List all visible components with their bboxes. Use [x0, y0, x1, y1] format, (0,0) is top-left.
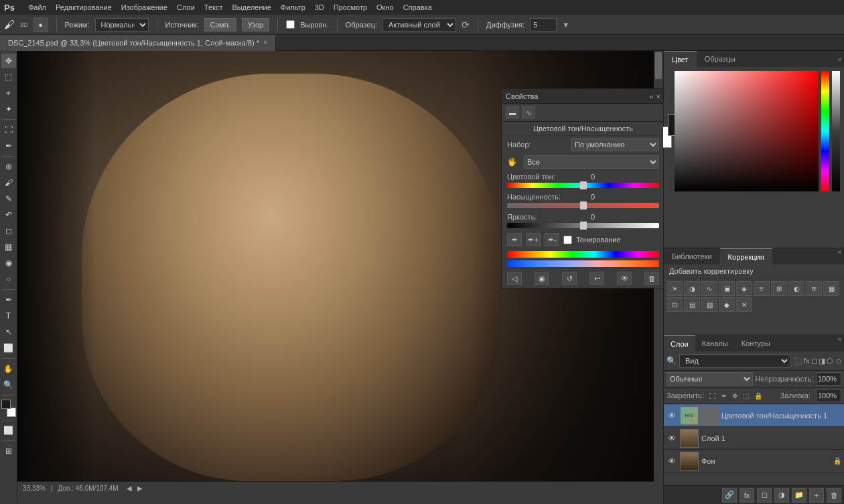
status-arrow-right[interactable]: ▶ [137, 485, 143, 492]
saturation-slider-track[interactable] [507, 203, 659, 208]
crop-tool[interactable]: ⛶ [1, 122, 16, 137]
tab-layers[interactable]: Слои [664, 335, 695, 351]
corr-posterize-btn[interactable]: ⊡ [666, 297, 683, 312]
eyedropper-set-btn[interactable]: ✒ [507, 233, 522, 246]
horizontal-scrollbar[interactable] [17, 495, 654, 504]
menu-edit[interactable]: Редактирование [56, 3, 112, 11]
menu-window[interactable]: Окно [376, 3, 394, 11]
opacity-input[interactable] [816, 372, 841, 386]
background-color-swatch[interactable] [7, 408, 16, 417]
pen-tool[interactable]: ✒ [1, 292, 16, 307]
prop-reset-btn[interactable]: ↺ [562, 272, 577, 285]
corr-curves-btn[interactable]: ∿ [701, 281, 717, 296]
menu-text[interactable]: Текст [204, 3, 223, 11]
brightness-slider-thumb[interactable] [580, 222, 587, 230]
brush-tool[interactable]: 🖌 [1, 175, 16, 190]
hand-tool[interactable]: ✋ [1, 361, 16, 376]
tab-correction[interactable]: Коррекция [720, 248, 772, 264]
filter-icon-4[interactable]: ◨ [819, 357, 825, 365]
corr-invert-btn[interactable]: ▦ [823, 281, 839, 296]
prop-tab-levels[interactable]: ▬ [506, 106, 519, 118]
selection-tool[interactable]: ⬚ [1, 70, 16, 84]
screen-mode-btn[interactable]: ⊞ [1, 444, 16, 458]
eraser-tool[interactable]: ◻ [1, 224, 16, 238]
corr-photo-filter-btn[interactable]: ◐ [788, 281, 804, 296]
document-tab[interactable]: DSC_2145.psd @ 33,3% (Цветовой тон/Насыщ… [0, 35, 276, 51]
eyedropper-tool[interactable]: ✒ [1, 139, 16, 153]
menu-help[interactable]: Справка [403, 3, 432, 11]
corr-gradient-map-btn[interactable]: ▧ [701, 297, 717, 312]
magic-wand-tool[interactable]: ✦ [1, 102, 16, 116]
source-sample-btn[interactable]: Сэмп. [204, 18, 236, 31]
layer-link-btn[interactable]: 🔗 [722, 488, 737, 503]
filter-toggle[interactable]: ○ [836, 355, 841, 366]
tab-channels[interactable]: Каналы [695, 335, 735, 351]
menu-layers[interactable]: Слои [177, 3, 195, 11]
menu-filter[interactable]: Фильтр [281, 3, 305, 11]
prop-close-icon[interactable]: × [656, 92, 660, 100]
align-checkbox[interactable] [286, 20, 295, 29]
history-brush-tool[interactable]: ↶ [1, 207, 16, 222]
filter-icon-5[interactable]: ⬡ [827, 357, 833, 365]
foreground-color-swatch[interactable] [1, 400, 11, 409]
lock-position-icon[interactable]: ⛶ [709, 392, 716, 400]
menu-image[interactable]: Изображение [121, 3, 167, 11]
move-tool[interactable]: ✥ [1, 54, 16, 68]
layer-1[interactable]: 👁 Слой 1 [664, 427, 844, 450]
healing-brush-tool[interactable]: ⊕ [1, 159, 16, 174]
layer-fx-btn[interactable]: fx [740, 488, 754, 503]
prop-toggle-btn[interactable]: ↩ [589, 272, 604, 285]
lock-move-icon[interactable]: ✥ [732, 392, 737, 400]
corr-exposure-btn[interactable]: ▣ [719, 281, 735, 296]
hue-slider-thumb[interactable] [580, 181, 587, 189]
layer-filter-select[interactable]: Вид [679, 354, 790, 367]
dodge-tool[interactable]: ○ [1, 272, 16, 286]
preset-select[interactable]: По умолчанию [571, 138, 659, 151]
menu-file[interactable]: Файл [28, 3, 46, 11]
correction-panel-collapse[interactable]: « [835, 248, 844, 264]
color-panel-collapse[interactable]: « [835, 56, 844, 63]
saturation-slider-thumb[interactable] [580, 201, 587, 209]
color-gradient-picker[interactable] [675, 71, 819, 191]
shape-tool[interactable]: ⬜ [1, 341, 16, 355]
corr-channel-mix-btn[interactable]: ≋ [806, 281, 822, 296]
type-tool[interactable]: T [1, 309, 16, 323]
layer-visibility-hue-sat[interactable]: 👁 [666, 410, 677, 421]
layer-mask-btn[interactable]: ◻ [757, 488, 772, 503]
prop-visibility-btn[interactable]: 👁 [617, 272, 632, 285]
eyedropper-plus-btn[interactable]: ✒+ [526, 233, 541, 246]
opacity-bar[interactable] [832, 71, 840, 191]
toning-checkbox[interactable] [563, 236, 572, 244]
v-scroll-thumb[interactable] [655, 52, 662, 79]
filter-icon-2[interactable]: fx [804, 357, 810, 365]
prop-clip-btn[interactable]: ◁ [507, 272, 522, 285]
prop-delete-btn[interactable]: 🗑 [644, 272, 659, 285]
prop-collapse-icon[interactable]: « [649, 92, 653, 100]
lock-all-icon[interactable]: 🔒 [754, 392, 762, 400]
channel-select[interactable]: Все [524, 155, 659, 169]
filter-icon-1[interactable]: ⬛ [793, 357, 802, 365]
diffusion-input[interactable] [530, 18, 557, 31]
layer-visibility-bg[interactable]: 👁 [666, 456, 677, 467]
tab-samples[interactable]: Образцы [697, 51, 744, 67]
blur-tool[interactable]: ◉ [1, 256, 16, 270]
layer-background[interactable]: 👁 Фон 🔒 [664, 450, 844, 473]
hue-bar[interactable] [821, 71, 829, 191]
menu-view[interactable]: Просмотр [334, 3, 367, 11]
tab-library[interactable]: Библиотеки [664, 248, 720, 264]
layer-delete-btn[interactable]: 🗑 [827, 488, 841, 503]
prop-tab-curves[interactable]: ∿ [522, 106, 535, 118]
layer-adjustment-btn[interactable]: ◑ [774, 488, 789, 503]
path-select-tool[interactable]: ↖ [1, 325, 16, 339]
layer-hue-sat[interactable]: 👁 H/S Цветовой тон/Насыщенность 1 [664, 404, 844, 427]
blend-mode-select[interactable]: Обычные [666, 372, 753, 386]
lock-pixel-icon[interactable]: ✒ [721, 392, 727, 400]
layers-panel-collapse[interactable]: « [835, 335, 844, 351]
fill-input[interactable] [816, 389, 841, 402]
prop-view-btn[interactable]: ◉ [535, 272, 549, 285]
menu-select[interactable]: Выделение [232, 3, 271, 11]
layer-group-btn[interactable]: 📁 [792, 488, 806, 503]
diffusion-arrow[interactable]: ▼ [562, 21, 569, 29]
hue-slider-track[interactable] [507, 183, 659, 188]
sample-select[interactable]: Активный слой [382, 18, 456, 31]
